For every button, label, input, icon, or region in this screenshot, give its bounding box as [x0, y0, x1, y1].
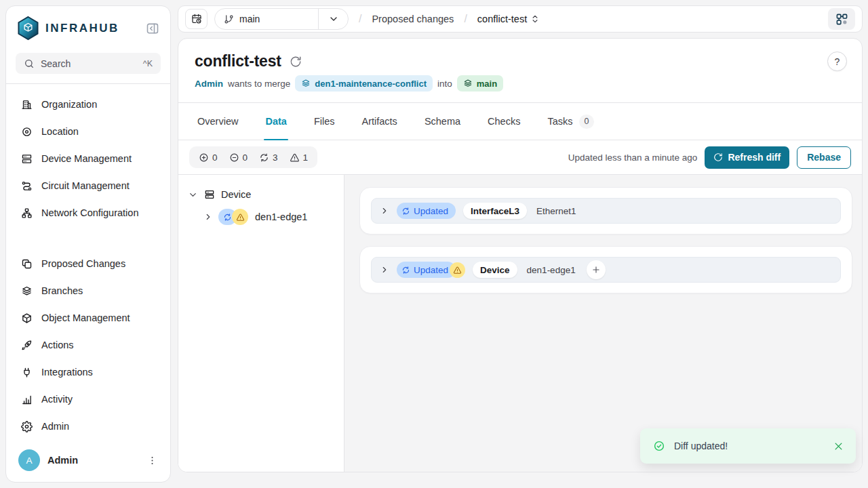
tabs: OverviewDataFilesArtifactsSchemaChecksTa…	[178, 103, 862, 140]
collapse-sidebar-icon	[146, 22, 159, 35]
breadcrumb-current-selector[interactable]: conflict-test	[477, 14, 540, 24]
chevron-right-icon	[203, 212, 213, 222]
breadcrumb-current-label: conflict-test	[477, 14, 527, 24]
author-link[interactable]: Admin	[195, 79, 223, 89]
sidebar-item-location[interactable]: Location	[14, 118, 162, 145]
sidebar-group: Proposed ChangesBranchesObject Managemen…	[14, 250, 162, 440]
diff-stat: 3	[259, 152, 278, 163]
breadcrumb-separator: /	[359, 13, 361, 25]
tab-artifacts[interactable]: Artifacts	[362, 103, 397, 140]
refresh-title-button[interactable]	[290, 56, 302, 68]
search-input[interactable]: Search ^K	[16, 53, 161, 74]
sidebar-item-circuit-management[interactable]: Circuit Management	[14, 172, 162, 199]
sidebar-item-label: Proposed Changes	[41, 258, 125, 269]
source-branch-badge[interactable]: den1-maintenance-conflict	[295, 75, 433, 92]
sidebar-item-label: Branches	[41, 285, 83, 296]
add-comment-button[interactable]	[587, 260, 606, 279]
object-icon	[21, 312, 33, 324]
updated-badge: Updated	[397, 203, 456, 219]
sidebar-item-proposed-changes[interactable]: Proposed Changes	[14, 250, 162, 277]
diff-stat-value: 0	[212, 152, 218, 163]
branch-selector-value: main	[215, 14, 318, 24]
diff-row[interactable]: Updated Device den1-edge1	[371, 257, 841, 283]
tab-schema[interactable]: Schema	[425, 103, 460, 140]
target-branch-badge[interactable]: main	[457, 75, 503, 92]
sync-icon	[259, 152, 269, 163]
diff-stat-value: 3	[273, 152, 278, 163]
sidebar-item-activity[interactable]: Activity	[14, 386, 162, 413]
tab-label: Files	[314, 116, 335, 127]
breadcrumb-proposed-changes[interactable]: Proposed changes	[372, 14, 454, 24]
sidebar-item-device-management[interactable]: Device Management	[14, 145, 162, 172]
server-icon	[21, 153, 33, 165]
schema-visualizer-button[interactable]	[828, 8, 855, 30]
tree-node-label: den1-edge1	[255, 211, 307, 222]
plus-circle-icon	[199, 152, 209, 163]
updated-badge: Updated	[397, 262, 456, 278]
tab-label: Overview	[197, 116, 238, 127]
sync-icon	[401, 207, 410, 216]
tab-data[interactable]: Data	[265, 103, 286, 140]
building-icon	[21, 99, 33, 110]
tab-overview[interactable]: Overview	[197, 103, 238, 140]
diff-stats: 0031	[189, 146, 317, 168]
calendar-clock-icon	[191, 14, 202, 24]
rebase-button[interactable]: Rebase	[797, 146, 851, 169]
refresh-diff-label: Refresh diff	[728, 152, 781, 163]
time-travel-button[interactable]	[185, 9, 208, 29]
branches-icon	[463, 79, 473, 88]
sidebar-item-actions[interactable]: Actions	[14, 331, 162, 359]
sidebar-item-label: Object Management	[41, 312, 130, 323]
tree-node-device[interactable]: Device	[188, 189, 334, 200]
sidebar-item-integrations[interactable]: Integrations	[14, 359, 162, 386]
sidebar-item-label: Circuit Management	[41, 180, 130, 191]
gear-icon	[21, 421, 33, 432]
diff-content: Device den1-edge1 Updated InterfaceL3 Et…	[178, 175, 862, 472]
tab-tasks[interactable]: Tasks0	[547, 103, 594, 140]
topbar: main / Proposed changes / conflict-test	[178, 5, 863, 33]
toast-notification: Diff updated!	[640, 428, 856, 464]
warning-icon	[236, 213, 245, 222]
rotate-icon	[713, 152, 723, 162]
updated-timestamp: Updated less than a minute ago	[568, 152, 698, 163]
sidebar-item-label: Network Configuration	[41, 207, 138, 218]
minus-circle-icon	[229, 152, 239, 163]
tab-label: Data	[265, 116, 286, 127]
branch-selector[interactable]: main	[214, 8, 349, 30]
proposed-changes-icon	[21, 258, 33, 270]
collapse-sidebar-button[interactable]	[144, 20, 161, 37]
sidebar-item-admin[interactable]: Admin	[14, 413, 162, 440]
infrahub-logo-icon	[17, 16, 39, 41]
check-circle-icon	[653, 440, 665, 452]
plus-icon	[591, 265, 601, 274]
help-button[interactable]: ?	[827, 52, 847, 71]
sidebar-item-label: Device Management	[41, 153, 132, 164]
user-options-button[interactable]	[145, 453, 159, 468]
diff-stat: 0	[199, 152, 218, 163]
tab-files[interactable]: Files	[314, 103, 335, 140]
sidebar-item-label: Location	[41, 126, 79, 137]
kebab-icon	[146, 455, 158, 466]
sidebar-item-branches[interactable]: Branches	[14, 277, 162, 304]
toast-close-button[interactable]	[832, 440, 845, 453]
tree-node-den1-edge1[interactable]: den1-edge1	[188, 209, 334, 225]
branch-selector-caret[interactable]	[318, 9, 348, 29]
user-menu[interactable]: A Admin	[6, 440, 170, 482]
search-icon	[24, 58, 35, 69]
diff-stat-value: 0	[243, 152, 248, 163]
chevron-right-icon	[380, 265, 389, 274]
diff-row[interactable]: Updated InterfaceL3 Ethernet1	[371, 198, 841, 224]
chevron-down-icon	[328, 14, 339, 24]
sidebar-item-object-management[interactable]: Object Management	[14, 304, 162, 331]
tab-checks[interactable]: Checks	[488, 103, 520, 140]
sidebar-item-organization[interactable]: Organization	[14, 91, 162, 118]
server-icon	[204, 189, 215, 200]
sidebar-item-network-configuration[interactable]: Network Configuration	[14, 199, 162, 226]
network-icon	[21, 207, 33, 219]
refresh-diff-button[interactable]: Refresh diff	[705, 146, 789, 169]
sync-icon	[401, 266, 410, 274]
object-name: Ethernet1	[536, 206, 576, 216]
breadcrumb-separator: /	[464, 13, 467, 25]
tree-node-badges	[218, 209, 248, 225]
proposed-change-header: conflict-test Admin wants to merge den1-…	[178, 39, 862, 103]
